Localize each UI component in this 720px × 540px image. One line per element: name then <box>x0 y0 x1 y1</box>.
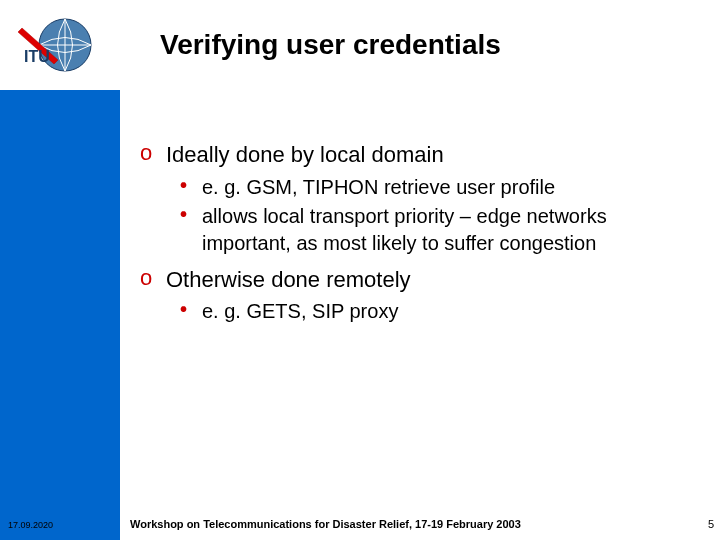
itu-logo-icon: ITU <box>10 10 110 80</box>
sub-bullet-marker: • <box>180 174 202 201</box>
sub-list: • e. g. GSM, TIPHON retrieve user profil… <box>180 174 700 257</box>
page-number: 5 <box>708 518 714 530</box>
bullet-text: Ideally done by local domain <box>166 140 444 170</box>
sub-bullet-item: • allows local transport priority – edge… <box>180 203 700 257</box>
bullet-marker: o <box>140 140 166 170</box>
footer-caption: Workshop on Telecommunications for Disas… <box>130 518 521 530</box>
sub-bullet-text: e. g. GSM, TIPHON retrieve user profile <box>202 174 555 201</box>
sub-bullet-marker: • <box>180 298 202 325</box>
sub-bullet-item: • e. g. GSM, TIPHON retrieve user profil… <box>180 174 700 201</box>
footer-date: 17.09.2020 <box>8 520 53 530</box>
sub-bullet-text: e. g. GETS, SIP proxy <box>202 298 398 325</box>
bullet-marker: o <box>140 265 166 295</box>
bullet-item: o Ideally done by local domain <box>140 140 700 170</box>
slide: ITU Verifying user credentials o Ideally… <box>0 0 720 540</box>
sub-bullet-marker: • <box>180 203 202 257</box>
bullet-text: Otherwise done remotely <box>166 265 411 295</box>
title-bar: Verifying user credentials <box>120 0 720 90</box>
bullet-item: o Otherwise done remotely <box>140 265 700 295</box>
slide-title: Verifying user credentials <box>160 29 501 61</box>
svg-text:ITU: ITU <box>24 48 50 65</box>
itu-logo: ITU <box>0 0 120 90</box>
sub-bullet-text: allows local transport priority – edge n… <box>202 203 700 257</box>
content-area: o Ideally done by local domain • e. g. G… <box>140 140 700 333</box>
sub-list: • e. g. GETS, SIP proxy <box>180 298 700 325</box>
sub-bullet-item: • e. g. GETS, SIP proxy <box>180 298 700 325</box>
